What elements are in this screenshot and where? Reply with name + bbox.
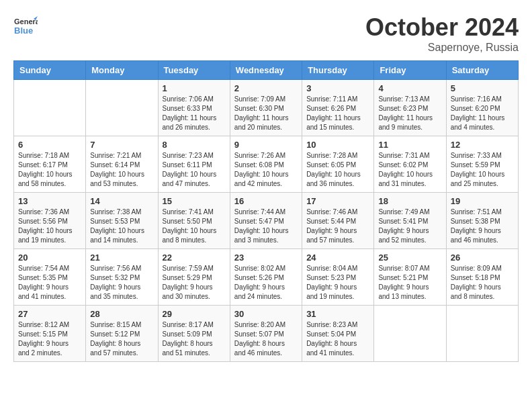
logo-svg: General Blue	[13, 13, 38, 38]
day-info: Sunrise: 7:23 AMSunset: 6:11 PMDaylight:…	[163, 151, 226, 189]
day-number: 9	[234, 140, 298, 150]
day-number: 30	[234, 309, 298, 319]
day-cell: 4Sunrise: 7:13 AMSunset: 6:23 PMDaylight…	[374, 80, 446, 136]
day-number: 11	[378, 140, 441, 150]
day-info: Sunrise: 8:02 AMSunset: 5:26 PMDaylight:…	[234, 264, 298, 302]
day-cell: 21Sunrise: 7:56 AMSunset: 5:32 PMDayligh…	[86, 249, 158, 306]
day-number: 20	[18, 253, 81, 263]
day-header-tuesday: Tuesday	[158, 61, 230, 80]
day-cell: 26Sunrise: 8:09 AMSunset: 5:18 PMDayligh…	[446, 249, 518, 306]
day-header-monday: Monday	[86, 61, 158, 80]
day-cell	[86, 80, 158, 136]
day-cell	[374, 306, 446, 362]
day-info: Sunrise: 7:41 AMSunset: 5:50 PMDaylight:…	[163, 208, 226, 245]
day-number: 22	[163, 253, 226, 263]
page-header: General Blue October 2024 Sapernoye, Rus…	[13, 13, 519, 54]
day-cell: 12Sunrise: 7:33 AMSunset: 5:59 PMDayligh…	[446, 136, 518, 193]
day-info: Sunrise: 7:16 AMSunset: 6:20 PMDaylight:…	[451, 95, 514, 132]
location-subtitle: Sapernoye, Russia	[365, 42, 519, 54]
day-info: Sunrise: 7:21 AMSunset: 6:14 PMDaylight:…	[90, 151, 153, 189]
day-number: 14	[90, 196, 153, 206]
day-number: 7	[90, 140, 153, 150]
day-info: Sunrise: 7:11 AMSunset: 6:26 PMDaylight:…	[306, 95, 369, 132]
svg-text:Blue: Blue	[14, 26, 33, 36]
day-number: 26	[451, 253, 514, 263]
day-info: Sunrise: 8:20 AMSunset: 5:07 PMDaylight:…	[234, 320, 298, 358]
day-number: 18	[378, 196, 441, 206]
day-number: 2	[234, 83, 298, 93]
week-row-3: 13Sunrise: 7:36 AMSunset: 5:56 PMDayligh…	[14, 193, 519, 249]
day-info: Sunrise: 7:44 AMSunset: 5:47 PMDaylight:…	[234, 208, 298, 245]
header-row: SundayMondayTuesdayWednesdayThursdayFrid…	[14, 61, 519, 80]
month-title: October 2024	[365, 13, 519, 42]
day-number: 10	[306, 140, 369, 150]
day-number: 15	[163, 196, 226, 206]
day-cell: 6Sunrise: 7:18 AMSunset: 6:17 PMDaylight…	[14, 136, 86, 193]
week-row-2: 6Sunrise: 7:18 AMSunset: 6:17 PMDaylight…	[14, 136, 519, 193]
day-number: 4	[378, 83, 441, 93]
day-cell: 27Sunrise: 8:12 AMSunset: 5:15 PMDayligh…	[14, 306, 86, 362]
day-cell: 2Sunrise: 7:09 AMSunset: 6:30 PMDaylight…	[230, 80, 302, 136]
day-cell: 14Sunrise: 7:38 AMSunset: 5:53 PMDayligh…	[86, 193, 158, 249]
day-info: Sunrise: 8:12 AMSunset: 5:15 PMDaylight:…	[18, 320, 81, 358]
day-number: 28	[90, 309, 153, 319]
day-info: Sunrise: 7:33 AMSunset: 5:59 PMDaylight:…	[451, 151, 514, 189]
day-info: Sunrise: 7:59 AMSunset: 5:29 PMDaylight:…	[163, 264, 226, 302]
day-info: Sunrise: 8:23 AMSunset: 5:04 PMDaylight:…	[306, 320, 369, 358]
day-number: 23	[234, 253, 298, 263]
day-cell: 23Sunrise: 8:02 AMSunset: 5:26 PMDayligh…	[230, 249, 302, 306]
day-info: Sunrise: 7:49 AMSunset: 5:41 PMDaylight:…	[378, 208, 441, 245]
day-cell	[14, 80, 86, 136]
day-info: Sunrise: 7:56 AMSunset: 5:32 PMDaylight:…	[90, 264, 153, 302]
day-cell: 3Sunrise: 7:11 AMSunset: 6:26 PMDaylight…	[302, 80, 374, 136]
day-cell: 9Sunrise: 7:26 AMSunset: 6:08 PMDaylight…	[230, 136, 302, 193]
day-number: 12	[451, 140, 514, 150]
day-number: 29	[163, 309, 226, 319]
day-cell: 28Sunrise: 8:15 AMSunset: 5:12 PMDayligh…	[86, 306, 158, 362]
day-number: 1	[163, 83, 226, 93]
day-cell: 20Sunrise: 7:54 AMSunset: 5:35 PMDayligh…	[14, 249, 86, 306]
day-number: 3	[306, 83, 369, 93]
day-info: Sunrise: 7:18 AMSunset: 6:17 PMDaylight:…	[18, 151, 81, 189]
day-number: 31	[306, 309, 369, 319]
day-info: Sunrise: 8:07 AMSunset: 5:21 PMDaylight:…	[378, 264, 441, 302]
day-info: Sunrise: 7:36 AMSunset: 5:56 PMDaylight:…	[18, 208, 81, 245]
day-number: 25	[378, 253, 441, 263]
day-info: Sunrise: 7:51 AMSunset: 5:38 PMDaylight:…	[451, 208, 514, 245]
day-cell: 19Sunrise: 7:51 AMSunset: 5:38 PMDayligh…	[446, 193, 518, 249]
day-info: Sunrise: 8:04 AMSunset: 5:23 PMDaylight:…	[306, 264, 369, 302]
day-cell	[446, 306, 518, 362]
week-row-4: 20Sunrise: 7:54 AMSunset: 5:35 PMDayligh…	[14, 249, 519, 306]
day-cell: 29Sunrise: 8:17 AMSunset: 5:09 PMDayligh…	[158, 306, 230, 362]
day-number: 17	[306, 196, 369, 206]
logo: General Blue	[13, 13, 38, 38]
day-cell: 25Sunrise: 8:07 AMSunset: 5:21 PMDayligh…	[374, 249, 446, 306]
day-info: Sunrise: 7:54 AMSunset: 5:35 PMDaylight:…	[18, 264, 81, 302]
day-cell: 10Sunrise: 7:28 AMSunset: 6:05 PMDayligh…	[302, 136, 374, 193]
day-info: Sunrise: 7:46 AMSunset: 5:44 PMDaylight:…	[306, 208, 369, 245]
day-info: Sunrise: 7:13 AMSunset: 6:23 PMDaylight:…	[378, 95, 441, 132]
day-number: 6	[18, 140, 81, 150]
day-header-wednesday: Wednesday	[230, 61, 302, 80]
day-cell: 31Sunrise: 8:23 AMSunset: 5:04 PMDayligh…	[302, 306, 374, 362]
calendar-table: SundayMondayTuesdayWednesdayThursdayFrid…	[13, 60, 519, 362]
day-cell: 7Sunrise: 7:21 AMSunset: 6:14 PMDaylight…	[86, 136, 158, 193]
day-info: Sunrise: 7:09 AMSunset: 6:30 PMDaylight:…	[234, 95, 298, 132]
day-number: 21	[90, 253, 153, 263]
day-info: Sunrise: 8:17 AMSunset: 5:09 PMDaylight:…	[163, 320, 226, 358]
day-number: 27	[18, 309, 81, 319]
day-number: 16	[234, 196, 298, 206]
day-info: Sunrise: 8:15 AMSunset: 5:12 PMDaylight:…	[90, 320, 153, 358]
day-cell: 16Sunrise: 7:44 AMSunset: 5:47 PMDayligh…	[230, 193, 302, 249]
title-block: October 2024 Sapernoye, Russia	[365, 13, 519, 54]
day-cell: 13Sunrise: 7:36 AMSunset: 5:56 PMDayligh…	[14, 193, 86, 249]
day-number: 13	[18, 196, 81, 206]
day-info: Sunrise: 8:09 AMSunset: 5:18 PMDaylight:…	[451, 264, 514, 302]
day-number: 8	[163, 140, 226, 150]
day-info: Sunrise: 7:38 AMSunset: 5:53 PMDaylight:…	[90, 208, 153, 245]
week-row-1: 1Sunrise: 7:06 AMSunset: 6:33 PMDaylight…	[14, 80, 519, 136]
day-header-sunday: Sunday	[14, 61, 86, 80]
day-header-saturday: Saturday	[446, 61, 518, 80]
day-cell: 15Sunrise: 7:41 AMSunset: 5:50 PMDayligh…	[158, 193, 230, 249]
day-header-thursday: Thursday	[302, 61, 374, 80]
